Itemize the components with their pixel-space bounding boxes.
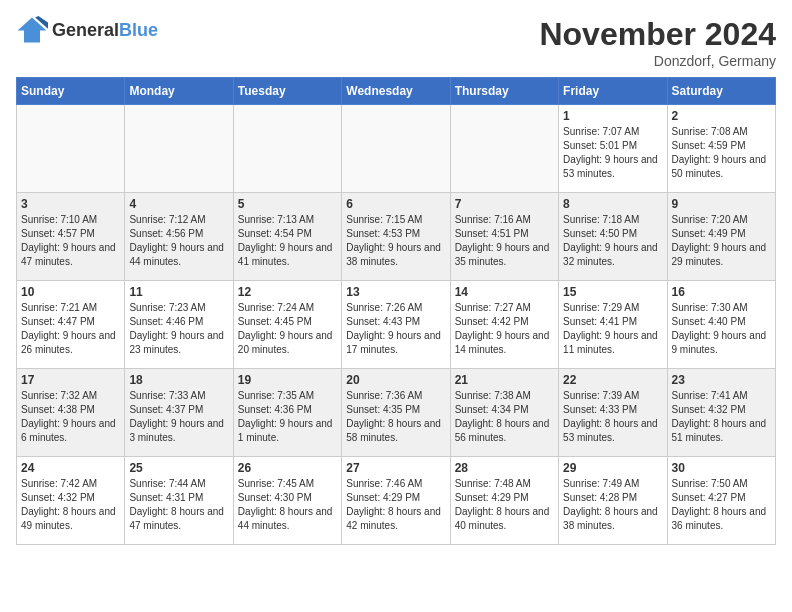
day-number: 20 — [346, 373, 445, 387]
day-number: 25 — [129, 461, 228, 475]
day-number: 16 — [672, 285, 771, 299]
calendar-cell: 4Sunrise: 7:12 AM Sunset: 4:56 PM Daylig… — [125, 193, 233, 281]
calendar-cell: 14Sunrise: 7:27 AM Sunset: 4:42 PM Dayli… — [450, 281, 558, 369]
day-number: 29 — [563, 461, 662, 475]
day-number: 13 — [346, 285, 445, 299]
day-info: Sunrise: 7:42 AM Sunset: 4:32 PM Dayligh… — [21, 477, 120, 533]
title-area: November 2024 Donzdorf, Germany — [539, 16, 776, 69]
day-info: Sunrise: 7:49 AM Sunset: 4:28 PM Dayligh… — [563, 477, 662, 533]
day-info: Sunrise: 7:36 AM Sunset: 4:35 PM Dayligh… — [346, 389, 445, 445]
day-info: Sunrise: 7:21 AM Sunset: 4:47 PM Dayligh… — [21, 301, 120, 357]
calendar-cell: 16Sunrise: 7:30 AM Sunset: 4:40 PM Dayli… — [667, 281, 775, 369]
day-info: Sunrise: 7:38 AM Sunset: 4:34 PM Dayligh… — [455, 389, 554, 445]
day-number: 17 — [21, 373, 120, 387]
calendar-cell: 2Sunrise: 7:08 AM Sunset: 4:59 PM Daylig… — [667, 105, 775, 193]
day-number: 4 — [129, 197, 228, 211]
calendar-cell: 30Sunrise: 7:50 AM Sunset: 4:27 PM Dayli… — [667, 457, 775, 545]
weekday-header: Sunday — [17, 78, 125, 105]
day-info: Sunrise: 7:23 AM Sunset: 4:46 PM Dayligh… — [129, 301, 228, 357]
calendar-week-row: 17Sunrise: 7:32 AM Sunset: 4:38 PM Dayli… — [17, 369, 776, 457]
calendar-header-row: SundayMondayTuesdayWednesdayThursdayFrid… — [17, 78, 776, 105]
calendar-cell: 18Sunrise: 7:33 AM Sunset: 4:37 PM Dayli… — [125, 369, 233, 457]
day-number: 28 — [455, 461, 554, 475]
day-info: Sunrise: 7:10 AM Sunset: 4:57 PM Dayligh… — [21, 213, 120, 269]
day-info: Sunrise: 7:35 AM Sunset: 4:36 PM Dayligh… — [238, 389, 337, 445]
logo-general: GeneralBlue — [52, 20, 158, 41]
weekday-header: Monday — [125, 78, 233, 105]
day-number: 2 — [672, 109, 771, 123]
day-number: 26 — [238, 461, 337, 475]
day-info: Sunrise: 7:13 AM Sunset: 4:54 PM Dayligh… — [238, 213, 337, 269]
day-number: 8 — [563, 197, 662, 211]
calendar-cell: 1Sunrise: 7:07 AM Sunset: 5:01 PM Daylig… — [559, 105, 667, 193]
calendar-week-row: 3Sunrise: 7:10 AM Sunset: 4:57 PM Daylig… — [17, 193, 776, 281]
day-info: Sunrise: 7:26 AM Sunset: 4:43 PM Dayligh… — [346, 301, 445, 357]
day-info: Sunrise: 7:27 AM Sunset: 4:42 PM Dayligh… — [455, 301, 554, 357]
day-info: Sunrise: 7:24 AM Sunset: 4:45 PM Dayligh… — [238, 301, 337, 357]
day-info: Sunrise: 7:39 AM Sunset: 4:33 PM Dayligh… — [563, 389, 662, 445]
day-number: 9 — [672, 197, 771, 211]
calendar-cell: 24Sunrise: 7:42 AM Sunset: 4:32 PM Dayli… — [17, 457, 125, 545]
day-number: 15 — [563, 285, 662, 299]
day-info: Sunrise: 7:18 AM Sunset: 4:50 PM Dayligh… — [563, 213, 662, 269]
calendar-cell: 23Sunrise: 7:41 AM Sunset: 4:32 PM Dayli… — [667, 369, 775, 457]
calendar-cell — [342, 105, 450, 193]
calendar-cell: 5Sunrise: 7:13 AM Sunset: 4:54 PM Daylig… — [233, 193, 341, 281]
calendar-cell: 9Sunrise: 7:20 AM Sunset: 4:49 PM Daylig… — [667, 193, 775, 281]
day-number: 24 — [21, 461, 120, 475]
calendar-cell — [233, 105, 341, 193]
day-info: Sunrise: 7:30 AM Sunset: 4:40 PM Dayligh… — [672, 301, 771, 357]
calendar-cell: 15Sunrise: 7:29 AM Sunset: 4:41 PM Dayli… — [559, 281, 667, 369]
day-info: Sunrise: 7:20 AM Sunset: 4:49 PM Dayligh… — [672, 213, 771, 269]
day-info: Sunrise: 7:44 AM Sunset: 4:31 PM Dayligh… — [129, 477, 228, 533]
day-info: Sunrise: 7:32 AM Sunset: 4:38 PM Dayligh… — [21, 389, 120, 445]
day-info: Sunrise: 7:15 AM Sunset: 4:53 PM Dayligh… — [346, 213, 445, 269]
day-info: Sunrise: 7:16 AM Sunset: 4:51 PM Dayligh… — [455, 213, 554, 269]
day-number: 5 — [238, 197, 337, 211]
day-number: 23 — [672, 373, 771, 387]
weekday-header: Friday — [559, 78, 667, 105]
day-number: 7 — [455, 197, 554, 211]
calendar-cell — [17, 105, 125, 193]
day-number: 14 — [455, 285, 554, 299]
day-info: Sunrise: 7:07 AM Sunset: 5:01 PM Dayligh… — [563, 125, 662, 181]
weekday-header: Tuesday — [233, 78, 341, 105]
calendar-cell: 13Sunrise: 7:26 AM Sunset: 4:43 PM Dayli… — [342, 281, 450, 369]
calendar-week-row: 24Sunrise: 7:42 AM Sunset: 4:32 PM Dayli… — [17, 457, 776, 545]
day-number: 11 — [129, 285, 228, 299]
day-info: Sunrise: 7:50 AM Sunset: 4:27 PM Dayligh… — [672, 477, 771, 533]
logo-icon — [16, 16, 48, 44]
calendar-cell: 28Sunrise: 7:48 AM Sunset: 4:29 PM Dayli… — [450, 457, 558, 545]
day-number: 22 — [563, 373, 662, 387]
calendar-cell: 26Sunrise: 7:45 AM Sunset: 4:30 PM Dayli… — [233, 457, 341, 545]
day-info: Sunrise: 7:12 AM Sunset: 4:56 PM Dayligh… — [129, 213, 228, 269]
location: Donzdorf, Germany — [539, 53, 776, 69]
calendar-cell: 11Sunrise: 7:23 AM Sunset: 4:46 PM Dayli… — [125, 281, 233, 369]
day-number: 18 — [129, 373, 228, 387]
calendar-cell: 8Sunrise: 7:18 AM Sunset: 4:50 PM Daylig… — [559, 193, 667, 281]
calendar-table: SundayMondayTuesdayWednesdayThursdayFrid… — [16, 77, 776, 545]
calendar-cell: 20Sunrise: 7:36 AM Sunset: 4:35 PM Dayli… — [342, 369, 450, 457]
calendar-week-row: 10Sunrise: 7:21 AM Sunset: 4:47 PM Dayli… — [17, 281, 776, 369]
day-number: 10 — [21, 285, 120, 299]
calendar-cell: 3Sunrise: 7:10 AM Sunset: 4:57 PM Daylig… — [17, 193, 125, 281]
calendar-cell: 12Sunrise: 7:24 AM Sunset: 4:45 PM Dayli… — [233, 281, 341, 369]
calendar-cell: 21Sunrise: 7:38 AM Sunset: 4:34 PM Dayli… — [450, 369, 558, 457]
day-number: 3 — [21, 197, 120, 211]
weekday-header: Wednesday — [342, 78, 450, 105]
page-header: GeneralBlue November 2024 Donzdorf, Germ… — [16, 16, 776, 69]
day-info: Sunrise: 7:46 AM Sunset: 4:29 PM Dayligh… — [346, 477, 445, 533]
calendar-cell: 27Sunrise: 7:46 AM Sunset: 4:29 PM Dayli… — [342, 457, 450, 545]
calendar-cell: 19Sunrise: 7:35 AM Sunset: 4:36 PM Dayli… — [233, 369, 341, 457]
weekday-header: Saturday — [667, 78, 775, 105]
calendar-cell: 25Sunrise: 7:44 AM Sunset: 4:31 PM Dayli… — [125, 457, 233, 545]
day-number: 19 — [238, 373, 337, 387]
calendar-cell: 22Sunrise: 7:39 AM Sunset: 4:33 PM Dayli… — [559, 369, 667, 457]
calendar-cell: 10Sunrise: 7:21 AM Sunset: 4:47 PM Dayli… — [17, 281, 125, 369]
logo: GeneralBlue — [16, 16, 158, 44]
day-info: Sunrise: 7:41 AM Sunset: 4:32 PM Dayligh… — [672, 389, 771, 445]
calendar-cell: 29Sunrise: 7:49 AM Sunset: 4:28 PM Dayli… — [559, 457, 667, 545]
day-number: 1 — [563, 109, 662, 123]
calendar-cell — [450, 105, 558, 193]
calendar-week-row: 1Sunrise: 7:07 AM Sunset: 5:01 PM Daylig… — [17, 105, 776, 193]
